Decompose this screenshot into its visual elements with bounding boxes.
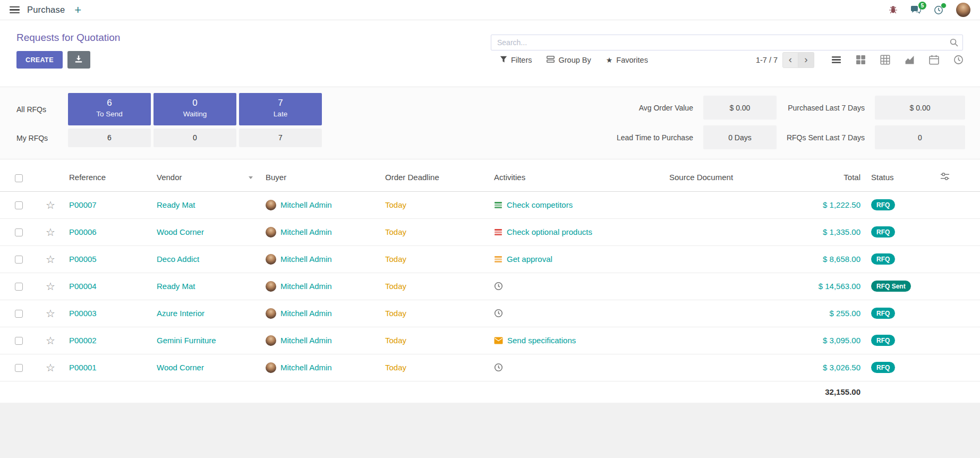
activity-view-icon[interactable] [953,55,964,65]
vendor-link[interactable]: Azure Interior [157,309,204,318]
vendor-link[interactable]: Gemini Furniture [157,336,216,345]
table-row[interactable]: ☆ P00001 Wood Corner Mitchell Admin Toda… [0,354,980,381]
table-row[interactable]: ☆ P00002 Gemini Furniture Mitchell Admin… [0,327,980,354]
rfqs-sent-last-7-days[interactable]: 0 [875,125,965,149]
activity-link[interactable]: Check competitors [507,200,573,209]
activity-email-icon[interactable] [494,337,503,344]
table-row[interactable]: ☆ P00006 Wood Corner Mitchell Admin Toda… [0,218,980,245]
bug-icon[interactable] [889,5,898,14]
row-checkbox[interactable] [15,310,23,318]
apps-menu-icon[interactable] [10,6,20,13]
row-checkbox[interactable] [15,228,23,236]
favorites-star-icon: ★ [606,56,613,64]
column-header-order-deadline[interactable]: Order Deadline [380,164,489,191]
column-header-status[interactable]: Status [866,164,935,191]
all-rfqs-label: All RFQs [16,105,65,114]
plus-icon[interactable]: + [74,4,81,16]
create-button[interactable]: CREATE [16,51,63,69]
late-card[interactable]: 7 Late [239,93,322,125]
column-header-buyer[interactable]: Buyer [260,164,380,191]
optional-columns-icon[interactable] [940,172,950,181]
pager-next-button[interactable]: › [798,52,814,68]
my-late-cell[interactable]: 7 [239,129,322,147]
reference-link[interactable]: P00001 [69,363,97,372]
favorite-star-icon[interactable]: ☆ [46,362,55,374]
row-checkbox[interactable] [15,364,23,372]
pivot-view-icon[interactable] [880,55,890,65]
select-all-checkbox[interactable] [15,174,23,182]
vendor-link[interactable]: Wood Corner [157,363,204,372]
buyer-link[interactable]: Mitchell Admin [280,309,332,318]
graph-view-icon[interactable] [905,55,915,65]
buyer-avatar [266,281,276,292]
lead-time[interactable]: 0 Days [703,125,777,149]
activity-link[interactable]: Get approval [507,255,552,264]
row-checkbox[interactable] [15,337,23,345]
purchased-last-7-days[interactable]: $ 0.00 [875,96,965,120]
column-header-source-document[interactable]: Source Document [664,164,770,191]
vendor-link[interactable]: Deco Addict [157,255,199,264]
kanban-view-icon[interactable] [856,55,866,65]
reference-link[interactable]: P00003 [69,309,97,318]
favorite-star-icon[interactable]: ☆ [46,226,55,238]
vendor-link[interactable]: Ready Mat [157,200,195,209]
row-checkbox[interactable] [15,283,23,291]
activity-link[interactable]: Check optional products [507,227,592,236]
source-document-cell [664,273,770,300]
activity-link[interactable]: Send specifications [507,336,576,345]
group-by-button[interactable]: Group By [547,56,591,64]
activity-clock-icon[interactable] [494,309,503,318]
table-row[interactable]: ☆ P00003 Azure Interior Mitchell Admin T… [0,300,980,327]
my-waiting-cell[interactable]: 0 [154,129,236,147]
reference-link[interactable]: P00004 [69,282,97,291]
vendor-link[interactable]: Wood Corner [157,227,204,236]
to-send-card[interactable]: 6 To Send [68,93,151,125]
waiting-card[interactable]: 0 Waiting [154,93,236,125]
buyer-link[interactable]: Mitchell Admin [280,282,332,291]
buyer-link[interactable]: Mitchell Admin [280,227,332,236]
activities-icon[interactable] [934,5,943,15]
list-view-icon[interactable] [831,55,841,65]
table-row[interactable]: ☆ P00005 Deco Addict Mitchell Admin Toda… [0,245,980,273]
export-button[interactable] [67,51,90,69]
buyer-link[interactable]: Mitchell Admin [280,336,332,345]
pager-previous-button[interactable]: ‹ [782,52,798,68]
activity-clock-icon[interactable] [494,282,503,291]
table-row[interactable]: ☆ P00004 Ready Mat Mitchell Admin Today … [0,273,980,300]
favorite-star-icon[interactable]: ☆ [46,253,55,265]
vendor-link[interactable]: Ready Mat [157,282,195,291]
filters-button[interactable]: Filters [500,56,532,64]
row-checkbox[interactable] [15,201,23,209]
app-name[interactable]: Purchase [27,5,65,15]
search-input[interactable] [491,35,963,50]
reference-link[interactable]: P00007 [69,200,97,209]
reference-link[interactable]: P00006 [69,227,97,236]
avg-order-value[interactable]: $ 0.00 [703,96,777,120]
buyer-link[interactable]: Mitchell Admin [280,255,332,264]
reference-link[interactable]: P00002 [69,336,97,345]
buyer-link[interactable]: Mitchell Admin [280,200,332,209]
table-row[interactable]: ☆ P00007 Ready Mat Mitchell Admin Today … [0,191,980,218]
calendar-view-icon[interactable] [929,55,939,65]
my-to-send-cell[interactable]: 6 [68,129,151,147]
favorite-star-icon[interactable]: ☆ [46,199,55,211]
activity-list-icon[interactable] [494,255,502,264]
activity-clock-icon[interactable] [494,363,503,372]
messages-icon[interactable]: 5 [910,5,921,14]
activity-list-icon[interactable] [494,201,502,209]
favorite-star-icon[interactable]: ☆ [46,308,55,319]
column-header-activities[interactable]: Activities [489,164,664,191]
search-icon[interactable] [950,38,958,49]
activity-list-icon[interactable] [494,228,502,236]
row-checkbox[interactable] [15,256,23,264]
favorite-star-icon[interactable]: ☆ [46,335,55,346]
buyer-link[interactable]: Mitchell Admin [280,363,332,372]
column-header-vendor[interactable]: Vendor [151,164,260,191]
column-header-reference[interactable]: Reference [64,164,151,191]
favorites-button[interactable]: ★ Favorites [606,56,648,64]
favorite-star-icon[interactable]: ☆ [46,281,55,292]
user-avatar[interactable] [956,3,970,17]
status-badge: RFQ [871,308,895,319]
column-header-total[interactable]: Total [770,164,866,191]
reference-link[interactable]: P00005 [69,255,97,264]
